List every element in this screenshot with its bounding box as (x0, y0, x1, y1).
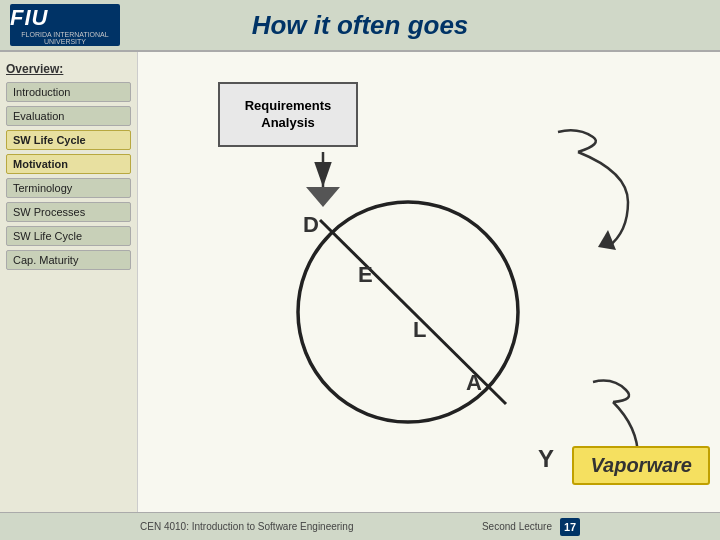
footer-right: Second Lecture 17 (482, 518, 580, 536)
main-layout: Overview: Introduction Evaluation SW Lif… (0, 52, 720, 540)
svg-point-4 (298, 202, 518, 422)
svg-text:A: A (466, 370, 482, 395)
page-number: 17 (560, 518, 580, 536)
vaporware-label: Vaporware (590, 454, 692, 476)
svg-marker-3 (306, 187, 340, 207)
sidebar-overview-label: Overview: (6, 62, 131, 76)
sidebar-item-sw-processes[interactable]: SW Processes (6, 202, 131, 222)
footer-course: CEN 4010: Introduction to Software Engin… (140, 521, 353, 532)
sidebar-item-sw-life-cycle-1[interactable]: SW Life Cycle (6, 130, 131, 150)
sidebar-item-terminology[interactable]: Terminology (6, 178, 131, 198)
vaporware-box: Vaporware (572, 446, 710, 485)
requirements-analysis-box: Requirements Analysis (218, 82, 358, 147)
footer-lecture: Second Lecture (482, 521, 552, 532)
sidebar-item-cap-maturity[interactable]: Cap. Maturity (6, 250, 131, 270)
svg-text:Y: Y (538, 445, 554, 472)
sidebar-item-sw-life-cycle-2[interactable]: SW Life Cycle (6, 226, 131, 246)
req-box-text: Requirements Analysis (245, 98, 332, 132)
footer: CEN 4010: Introduction to Software Engin… (0, 512, 720, 540)
sidebar-item-motivation[interactable]: Motivation (6, 154, 131, 174)
logo-area: FIU FLORIDA INTERNATIONAL UNIVERSITY (10, 4, 120, 46)
logo-text: FIU (10, 5, 120, 31)
sidebar-item-evaluation[interactable]: Evaluation (6, 106, 131, 126)
svg-text:L: L (413, 317, 426, 342)
header: FIU FLORIDA INTERNATIONAL UNIVERSITY How… (0, 0, 720, 52)
svg-marker-11 (598, 230, 616, 250)
page-title: How it often goes (252, 10, 469, 41)
logo-box: FIU FLORIDA INTERNATIONAL UNIVERSITY (10, 4, 120, 46)
content-area: Requirements Analysis (138, 52, 720, 540)
logo-subtitle: FLORIDA INTERNATIONAL UNIVERSITY (10, 31, 120, 45)
sidebar-item-introduction[interactable]: Introduction (6, 82, 131, 102)
svg-text:E: E (358, 262, 373, 287)
sidebar: Overview: Introduction Evaluation SW Lif… (0, 52, 138, 540)
svg-text:D: D (303, 212, 319, 237)
